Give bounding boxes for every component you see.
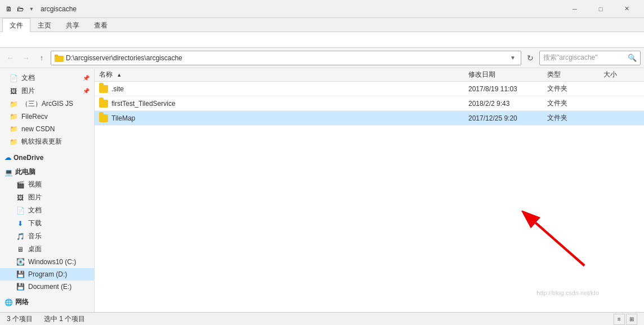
sidebar-thispc[interactable]: 💻 此电脑	[0, 165, 94, 178]
view-btn-grid[interactable]: ⊞	[626, 314, 637, 325]
sidebar-item-filerecv[interactable]: 📁 FileRecv	[0, 110, 94, 123]
address-dropdown-icon[interactable]: ▼	[508, 54, 517, 63]
downloads-icon: ⬇	[16, 219, 25, 228]
folder-icon-fanruan: 📁	[9, 137, 18, 146]
view-toggle: ≡ ⊞	[614, 314, 637, 325]
sidebar-item-downloads[interactable]: ⬇ 下载	[0, 217, 94, 230]
file-date-firsttest: 2018/2/2 9:43	[464, 100, 543, 108]
folder-icon-site	[99, 85, 108, 93]
sidebar-label-arcgisjs: （三）ArcGIS JS	[21, 99, 73, 109]
sidebar-item-drive-c[interactable]: 💽 Windows10 (C:)	[0, 256, 94, 268]
sidebar-item-music[interactable]: 🎵 音乐	[0, 230, 94, 243]
sidebar-label-pics: 图片	[28, 193, 42, 202]
drive-c-icon: 💽	[16, 257, 25, 266]
maximize-button[interactable]: □	[588, 0, 614, 18]
sidebar-item-docs[interactable]: 📄 文档	[0, 204, 94, 217]
title-bar: 🗎 🗁 ▼ arcgiscache ─ □ ✕	[0, 0, 644, 18]
file-list-wrapper: 名称 ▲ 修改日期 类型 大小 .site 2017/8/19 11:03 文件…	[95, 68, 644, 312]
tab-share[interactable]: 共享	[59, 18, 87, 32]
folder-address-icon	[55, 54, 64, 63]
sidebar-item-video[interactable]: 🎬 视频	[0, 178, 94, 191]
title-bar-app-icons: 🗎 🗁 ▼	[5, 5, 36, 14]
sidebar-network[interactable]: 🌐 网络	[0, 295, 94, 308]
folder-icon-arcgis: 📁	[9, 100, 18, 109]
onedrive-icon: ☁	[5, 154, 11, 162]
file-name-site: .site	[95, 85, 464, 93]
sidebar-label-filerecv: FileRecv	[21, 113, 48, 121]
sidebar-item-documents[interactable]: 📄 文档 📌	[0, 72, 94, 84]
thispc-icon: 💻	[5, 168, 13, 176]
tab-home[interactable]: 主页	[30, 18, 59, 32]
view-btn-list[interactable]: ≡	[614, 314, 625, 325]
drive-d-icon: 💾	[16, 270, 25, 279]
file-type-firsttest: 文件夹	[543, 99, 599, 108]
sidebar-label-music: 音乐	[28, 231, 42, 241]
network-icon: 🌐	[5, 299, 13, 306]
sidebar-item-arcgisjs[interactable]: 📁 （三）ArcGIS JS	[0, 97, 94, 110]
tab-file[interactable]: 文件	[2, 18, 30, 32]
close-button[interactable]: ✕	[614, 0, 639, 18]
sidebar-item-drive-d[interactable]: 💾 Program (D:)	[0, 268, 94, 281]
address-bar[interactable]: ▼	[51, 51, 521, 65]
sidebar-label-drive-c: Windows10 (C:)	[28, 258, 76, 266]
ribbon: 文件 主页 共享 查看	[0, 18, 644, 32]
sidebar-label-drive-e: Document (E:)	[28, 283, 71, 291]
music-icon: 🎵	[16, 232, 25, 241]
onedrive-label: OneDrive	[14, 154, 43, 162]
folder-icon-newcsdn: 📁	[9, 124, 18, 133]
forward-button[interactable]: →	[19, 51, 33, 65]
file-list: 名称 ▲ 修改日期 类型 大小 .site 2017/8/19 11:03 文件…	[95, 68, 644, 126]
svg-rect-2	[55, 55, 58, 57]
col-header-date[interactable]: 修改日期	[464, 70, 543, 79]
watermark: http://blog.csdn.net/ido	[536, 290, 599, 296]
file-type-tilemap: 文件夹	[543, 113, 599, 123]
sidebar-label-pictures: 图片	[21, 86, 35, 96]
file-list-header[interactable]: 名称 ▲ 修改日期 类型 大小	[95, 68, 644, 82]
file-date-site: 2017/8/19 11:03	[464, 85, 543, 93]
pin-icon-2: 📌	[83, 88, 90, 94]
search-placeholder: 搜索"arcgiscache"	[543, 53, 625, 63]
desktop-icon: 🖥	[16, 245, 25, 254]
sidebar-label-drive-d: Program (D:)	[28, 270, 67, 278]
file-row-site[interactable]: .site 2017/8/19 11:03 文件夹	[95, 82, 644, 96]
file-row-tilemap[interactable]: TileMap 2017/12/25 9:20 文件夹	[95, 111, 644, 126]
sidebar-item-pics[interactable]: 🖼 图片	[0, 191, 94, 204]
folder-icon-filerecv: 📁	[9, 112, 18, 121]
tab-view[interactable]: 查看	[87, 18, 115, 32]
sidebar-label-newcsdn: new CSDN	[21, 125, 55, 133]
pics-icon: 🖼	[16, 193, 25, 202]
sidebar-label-desktop: 桌面	[28, 244, 42, 254]
folder-icon-firsttest	[99, 100, 108, 108]
file-type-site: 文件夹	[543, 84, 599, 94]
minimize-button[interactable]: ─	[562, 0, 588, 18]
network-label: 网络	[15, 297, 29, 307]
back-button[interactable]: ←	[3, 51, 17, 65]
window-controls: ─ □ ✕	[562, 0, 639, 18]
sidebar-onedrive[interactable]: ☁ OneDrive	[0, 152, 94, 163]
file-row-firsttest[interactable]: firstTest_TiledService 2018/2/2 9:43 文件夹	[95, 96, 644, 111]
file-name-tilemap: TileMap	[95, 114, 464, 122]
sidebar-item-fanruan[interactable]: 📁 帆软报表更新	[0, 135, 94, 148]
col-header-type[interactable]: 类型	[543, 70, 599, 79]
sidebar-item-pictures[interactable]: 🖼 图片 📌	[0, 84, 94, 97]
item-count: 3 个项目	[7, 314, 33, 324]
svg-line-4	[536, 223, 585, 266]
col-header-name[interactable]: 名称 ▲	[95, 70, 464, 79]
search-icon[interactable]: 🔍	[628, 54, 637, 62]
refresh-button[interactable]: ↻	[524, 51, 537, 65]
address-input[interactable]	[66, 54, 508, 62]
sidebar-item-desktop[interactable]: 🖥 桌面	[0, 243, 94, 256]
pin-icon: 📌	[83, 75, 90, 81]
app-icon-1: 🗎	[5, 5, 14, 14]
file-name-firsttest: firstTest_TiledService	[95, 100, 464, 108]
sidebar-label-downloads: 下载	[28, 219, 42, 228]
sidebar-label-fanruan: 帆软报表更新	[21, 137, 62, 146]
up-button[interactable]: ↑	[35, 51, 48, 65]
sidebar-item-newcsdn[interactable]: 📁 new CSDN	[0, 123, 94, 135]
col-header-size[interactable]: 大小	[599, 70, 644, 79]
sidebar-item-drive-e[interactable]: 💾 Document (E:)	[0, 281, 94, 293]
search-box[interactable]: 搜索"arcgiscache" 🔍	[539, 51, 641, 65]
main-area: 📄 文档 📌 🖼 图片 📌 📁 （三）ArcGIS JS 📁 FileRecv …	[0, 68, 644, 312]
video-icon: 🎬	[16, 180, 25, 189]
app-icon-2: 🗁	[16, 5, 25, 14]
